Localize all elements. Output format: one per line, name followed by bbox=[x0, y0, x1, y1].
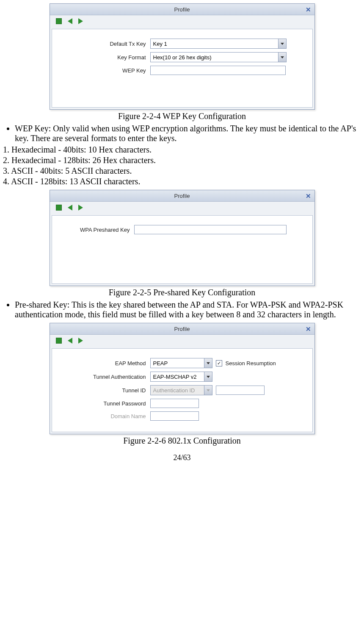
wpa-psk-label: WPA Preshared Key bbox=[58, 227, 134, 233]
tunnel-id-input[interactable] bbox=[216, 386, 265, 395]
figure-caption-1: Figure 2-2-4 WEP Key Configuration bbox=[2, 111, 362, 121]
titlebar: Profile ✕ bbox=[50, 190, 314, 202]
profile-window-8021x: Profile ✕ EAP Method PEAP ✓ Session Resu… bbox=[50, 323, 315, 434]
stop-icon[interactable] bbox=[56, 338, 62, 344]
toolbar bbox=[50, 15, 314, 27]
page-number: 24/63 bbox=[2, 453, 362, 462]
titlebar: Profile ✕ bbox=[50, 4, 314, 15]
bullet-psk: Pre-shared Key: This is the key shared b… bbox=[15, 300, 362, 319]
dropdown-button[interactable] bbox=[204, 358, 212, 368]
figure-caption-3: Figure 2-2-6 802.1x Configuration bbox=[2, 436, 362, 446]
forward-arrow-icon[interactable] bbox=[78, 338, 83, 344]
tunnel-password-label: Tunnel Password bbox=[58, 400, 150, 407]
chevron-down-icon bbox=[207, 389, 210, 391]
chevron-down-icon bbox=[281, 56, 284, 58]
content-panel: WPA Preshared Key bbox=[52, 215, 313, 284]
dropdown-button[interactable] bbox=[278, 39, 286, 48]
eap-method-label: EAP Method bbox=[58, 360, 150, 366]
close-icon[interactable]: ✕ bbox=[306, 6, 311, 14]
eap-method-value: PEAP bbox=[151, 360, 204, 366]
chevron-down-icon bbox=[207, 376, 210, 378]
dropdown-button bbox=[204, 386, 212, 395]
forward-arrow-icon[interactable] bbox=[78, 205, 83, 211]
toolbar bbox=[50, 202, 314, 214]
content-panel: EAP Method PEAP ✓ Session Resumption Tun… bbox=[52, 348, 313, 432]
wpa-psk-input[interactable] bbox=[134, 225, 287, 234]
chevron-down-icon bbox=[207, 362, 210, 364]
domain-name-label: Domain Name bbox=[58, 413, 150, 419]
tunnel-password-input[interactable] bbox=[150, 399, 199, 408]
tunnel-auth-label: Tunnel Authentication bbox=[58, 374, 150, 380]
session-resumption-checkbox[interactable]: ✓ bbox=[216, 360, 222, 366]
tunnel-auth-value: EAP-MSCHAP v2 bbox=[151, 374, 204, 380]
window-title: Profile bbox=[50, 193, 314, 199]
list-item-4: 4. ASCII - 128bits: 13 ASCII characters. bbox=[2, 177, 362, 186]
close-icon[interactable]: ✕ bbox=[306, 325, 311, 333]
figure-caption-2: Figure 2-2-5 Pre-shared Key Configuratio… bbox=[2, 288, 362, 297]
key-format-label: Key Format bbox=[58, 54, 150, 61]
key-format-select[interactable]: Hex(10 or 26 hex digits) bbox=[150, 52, 287, 62]
profile-window-psk: Profile ✕ WPA Preshared Key bbox=[50, 190, 315, 286]
back-arrow-icon[interactable] bbox=[68, 338, 72, 344]
eap-method-select[interactable]: PEAP bbox=[150, 358, 212, 368]
toolbar bbox=[50, 335, 314, 347]
wep-key-input[interactable] bbox=[150, 66, 286, 75]
wep-key-label: WEP Key bbox=[58, 67, 150, 74]
bullet-wep-key: WEP Key: Only valid when using WEP encry… bbox=[15, 124, 362, 143]
back-arrow-icon[interactable] bbox=[68, 205, 72, 211]
close-icon[interactable]: ✕ bbox=[306, 192, 311, 200]
chevron-down-icon bbox=[281, 43, 284, 45]
stop-icon[interactable] bbox=[56, 205, 62, 211]
tunnel-auth-select[interactable]: EAP-MSCHAP v2 bbox=[150, 372, 212, 382]
dropdown-button[interactable] bbox=[278, 53, 286, 62]
tunnel-id-select: Authentication ID bbox=[150, 385, 212, 395]
back-arrow-icon[interactable] bbox=[68, 18, 72, 24]
forward-arrow-icon[interactable] bbox=[78, 18, 83, 24]
list-item-1: 1. Hexadecimal - 40bits: 10 Hex characte… bbox=[2, 145, 362, 155]
profile-window-wep: Profile ✕ Default Tx Key Key 1 Key Forma… bbox=[50, 3, 315, 110]
window-title: Profile bbox=[50, 326, 314, 332]
default-tx-key-value: Key 1 bbox=[151, 41, 278, 47]
list-item-2: 2. Hexadecimal - 128bits: 26 Hex charact… bbox=[2, 155, 362, 165]
content-panel: Default Tx Key Key 1 Key Format Hex(10 o… bbox=[52, 29, 313, 108]
key-format-value: Hex(10 or 26 hex digits) bbox=[151, 54, 278, 61]
tunnel-id-label: Tunnel ID bbox=[58, 387, 150, 394]
window-title: Profile bbox=[50, 6, 314, 13]
default-tx-key-select[interactable]: Key 1 bbox=[150, 39, 287, 49]
stop-icon[interactable] bbox=[56, 18, 62, 24]
titlebar: Profile ✕ bbox=[50, 323, 314, 335]
tunnel-id-select-value: Authentication ID bbox=[151, 387, 204, 394]
dropdown-button[interactable] bbox=[204, 372, 212, 381]
default-tx-key-label: Default Tx Key bbox=[58, 41, 150, 47]
domain-name-input[interactable] bbox=[150, 411, 199, 421]
list-item-3: 3. ASCII - 40bits: 5 ASCII characters. bbox=[2, 166, 362, 176]
session-resumption-label: Session Resumption bbox=[226, 360, 276, 366]
